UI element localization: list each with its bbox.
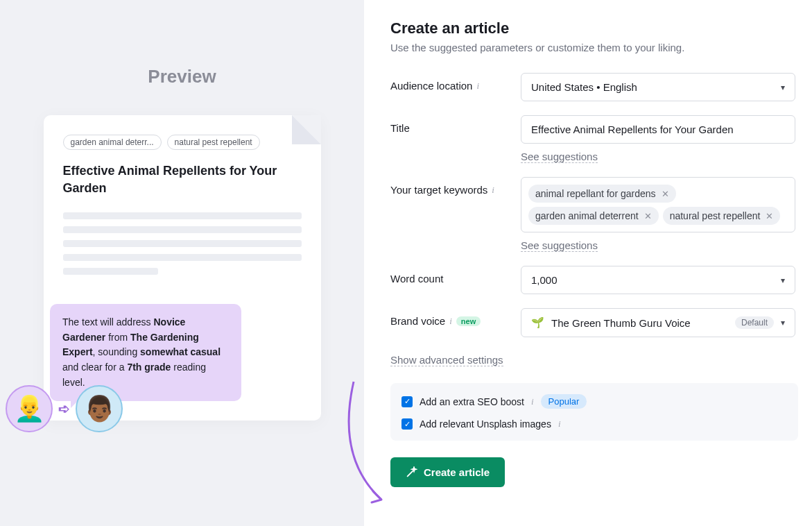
option-label: Add relevant Unsplash images (420, 418, 551, 430)
preview-tags: garden animal deterr... natural pest rep… (63, 135, 302, 150)
select-value: United States • English (531, 81, 637, 93)
chevron-down-icon: ▾ (781, 318, 785, 328)
input-value: Effective Animal Repellents for Your Gar… (531, 124, 734, 135)
wordcount-label: Word count (390, 266, 521, 285)
chip-text: natural pest repellent (670, 210, 761, 221)
avatar-reader: 👱‍♂️ (6, 385, 53, 432)
remove-chip-icon[interactable]: ✕ (766, 211, 773, 221)
checkbox-checked[interactable]: ✓ (401, 418, 413, 430)
select-value: The Green Thumb Guru Voice (551, 317, 728, 329)
preview-title: Effective Animal Repellents for Your Gar… (63, 162, 302, 197)
seo-boost-option: ✓ Add an extra SEO boost i Popular (401, 394, 787, 409)
new-badge: new (456, 316, 481, 326)
bubble-text: from (105, 332, 130, 343)
title-label: Title (390, 115, 521, 134)
label-text: Audience location (390, 80, 472, 92)
bubble-tone: somewhat casual (140, 346, 221, 357)
bubble-text: The text will address (62, 316, 154, 328)
form-panel: Create an article Use the suggested para… (364, 0, 812, 526)
preview-tag: natural pest repellent (167, 135, 260, 150)
info-icon[interactable]: i (531, 396, 534, 407)
popular-badge: Popular (541, 394, 587, 409)
bubble-text: and clear for a (62, 362, 127, 373)
chevron-down-icon: ▾ (781, 275, 785, 285)
voice-select[interactable]: 🌱 The Green Thumb Guru Voice Default ▾ (521, 308, 795, 337)
skeleton-line (63, 254, 302, 261)
keywords-suggestions-link[interactable]: See suggestions (521, 239, 598, 252)
checkbox-checked[interactable]: ✓ (401, 396, 413, 407)
create-article-button[interactable]: Create article (390, 457, 505, 487)
unsplash-option: ✓ Add relevant Unsplash images i (401, 418, 787, 430)
title-input[interactable]: Effective Animal Repellents for Your Gar… (521, 115, 795, 144)
options-box: ✓ Add an extra SEO boost i Popular ✓ Add… (390, 383, 798, 441)
audience-label: Audience location i (390, 73, 521, 92)
info-icon[interactable]: i (449, 316, 452, 327)
avatar-author: 👨🏾 (76, 385, 123, 432)
remove-chip-icon[interactable]: ✕ (662, 189, 669, 199)
remove-chip-icon[interactable]: ✕ (644, 211, 652, 221)
button-label: Create article (424, 466, 490, 478)
skeleton-line (63, 226, 302, 233)
audience-select[interactable]: United States • English ▾ (521, 73, 795, 101)
skeleton-line (63, 212, 302, 219)
skeleton-line (63, 240, 302, 247)
option-label: Add an extra SEO boost (420, 396, 524, 407)
avatars-row: 👱‍♂️ ➪ 👨🏾 (6, 385, 123, 432)
info-icon[interactable]: i (476, 80, 479, 92)
keyword-chip: animal repellant for gardens✕ (528, 185, 676, 203)
bubble-text: , sounding (93, 346, 141, 357)
keywords-chipbox[interactable]: animal repellant for gardens✕ garden ani… (521, 177, 795, 232)
bubble-grade: 7th grade (127, 362, 171, 373)
voice-label: Brand voice i new (390, 308, 521, 327)
preview-panel: Preview garden animal deterr... natural … (0, 0, 364, 526)
label-text: Your target keywords (390, 184, 487, 196)
page-fold-icon (292, 115, 321, 144)
chip-text: animal repellant for gardens (535, 188, 656, 199)
preview-label: Preview (148, 66, 216, 87)
preview-tag: garden animal deterr... (63, 135, 162, 150)
arrow-swap-icon: ➪ (58, 400, 70, 417)
wordcount-select[interactable]: 1,000 ▾ (521, 266, 795, 294)
page-subtitle: Use the suggested parameters or customiz… (390, 42, 798, 53)
info-icon[interactable]: i (558, 418, 561, 430)
keyword-chip: natural pest repellent✕ (663, 207, 781, 225)
keywords-label: Your target keywords i (390, 177, 521, 196)
skeleton-line (63, 268, 159, 275)
label-text: Brand voice (390, 315, 445, 327)
chevron-down-icon: ▾ (781, 83, 785, 92)
magic-wand-icon (406, 466, 417, 478)
chip-text: garden animal deterrent (535, 210, 639, 221)
keyword-chip: garden animal deterrent✕ (528, 207, 659, 225)
advanced-settings-link[interactable]: Show advanced settings (390, 354, 503, 366)
page-title: Create an article (390, 19, 798, 37)
default-badge: Default (735, 316, 774, 329)
title-suggestions-link[interactable]: See suggestions (521, 151, 598, 163)
seedling-icon: 🌱 (531, 316, 544, 329)
info-icon[interactable]: i (492, 185, 494, 196)
select-value: 1,000 (531, 274, 558, 286)
